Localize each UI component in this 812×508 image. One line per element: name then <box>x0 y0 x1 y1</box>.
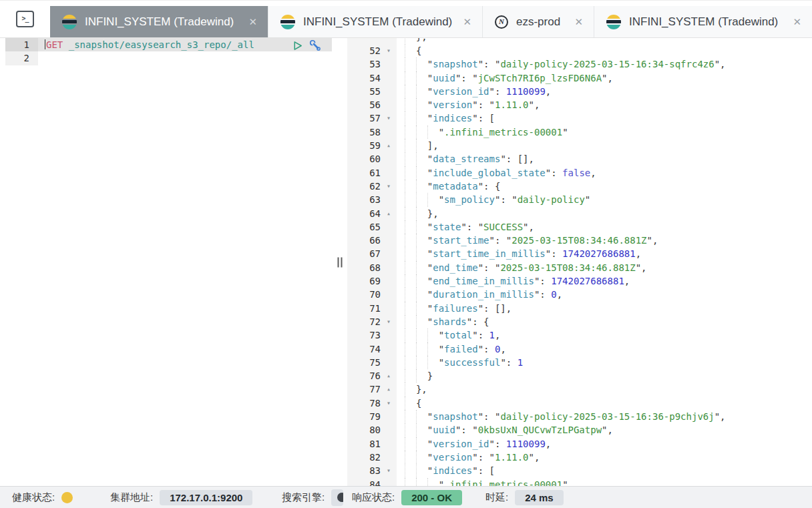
response-line: 68"end_time": "2025-03-15T08:34:46.881Z"… <box>347 261 812 274</box>
indent-guide <box>405 356 416 369</box>
code-token: uuid <box>433 425 455 435</box>
code-token: 2025-03-15T08:34:46.881Z <box>500 262 635 273</box>
code-token: " <box>427 289 433 300</box>
response-line: 77▴}, <box>347 383 812 396</box>
fold-close-icon[interactable]: ▴ <box>384 139 393 152</box>
code-token: , <box>546 86 551 97</box>
code-token: ", <box>602 73 613 83</box>
response-line: 78▾{ <box>347 397 812 410</box>
editor-code[interactable] <box>38 51 332 65</box>
response-line: 76▴} <box>347 369 812 383</box>
code-token: successful <box>444 357 500 368</box>
fold-close-icon[interactable]: ▴ <box>384 383 393 396</box>
tab-infini-system-tradewind-[interactable]: INFINI_SYSTEM (Tradewind)✕ <box>50 6 268 37</box>
code-token: ": [], <box>478 303 512 314</box>
code-token: 1110099 <box>506 86 546 97</box>
response-line: 73"total": 1, <box>347 328 812 342</box>
indent-guide <box>416 437 427 451</box>
editor-code[interactable]: GET _snapshot/easysearch_s3_repo/_all <box>38 38 332 51</box>
code-token: " <box>427 303 433 314</box>
response-line: 72▾"shards": { <box>347 315 812 328</box>
n-circle-icon: N <box>495 15 508 29</box>
fold-close-icon[interactable]: ▴ <box>384 207 393 220</box>
code-token: ": " <box>478 59 501 69</box>
code-token: ": <box>546 168 562 178</box>
close-icon[interactable]: ✕ <box>247 16 258 28</box>
line-number-text: 80 <box>369 425 381 435</box>
tab-infini-system-tradewind-[interactable]: INFINI_SYSTEM (Tradewind)✕ <box>594 6 812 37</box>
line-number: 74 <box>347 342 397 356</box>
code-token: , <box>557 289 562 300</box>
line-number-text: 78 <box>369 398 381 409</box>
editor-line[interactable]: 2 <box>5 51 332 65</box>
response-line: 60"data_streams": [], <box>347 152 812 166</box>
line-number-text: 58 <box>369 127 381 138</box>
line-number: 55 <box>347 85 397 98</box>
code-token: ", <box>715 59 726 69</box>
indent-guide <box>405 71 416 85</box>
tab-infini-system-tradewind-[interactable]: INFINI_SYSTEM (Tradewind)✕ <box>268 6 482 37</box>
fold-open-icon[interactable]: ▾ <box>384 111 393 125</box>
close-icon[interactable]: ✕ <box>461 16 473 28</box>
line-number: 66 <box>347 234 397 247</box>
request-editor[interactable]: 1GET _snapshot/easysearch_s3_repo/_all2 <box>0 38 332 486</box>
response-code: "version": "1.11.0", <box>397 98 812 111</box>
split-drag-handle[interactable] <box>337 257 342 267</box>
indent-guide <box>405 274 416 288</box>
response-line-partial: }, <box>347 38 812 44</box>
line-number: 84 <box>347 478 397 487</box>
code-token: snapshot <box>433 411 477 422</box>
fold-open-icon[interactable]: ▾ <box>384 180 393 193</box>
code-token: " <box>427 154 433 164</box>
response-code: "metadata": { <box>397 180 812 193</box>
response-code: "indices": [ <box>397 464 812 477</box>
code-token: include_global_state <box>433 168 546 178</box>
indent-guide <box>405 247 416 260</box>
code-token: " <box>562 479 568 487</box>
response-code: "state": "SUCCESS", <box>397 220 812 234</box>
run-request-icon[interactable] <box>292 40 303 51</box>
code-token: ": " <box>478 411 501 422</box>
code-token: false <box>562 168 590 178</box>
code-token: }, <box>416 384 427 395</box>
response-lines: },52▾{53"snapshot": "daily-policy-2025-0… <box>347 38 812 486</box>
code-token: 1.11.0 <box>495 99 529 110</box>
editor-line[interactable]: 1GET _snapshot/easysearch_s3_repo/_all <box>5 38 332 51</box>
line-number-text: 64 <box>369 208 381 219</box>
line-number-text: 83 <box>369 465 381 476</box>
code-token: ": <box>534 276 551 286</box>
code-token: 0 <box>551 289 556 300</box>
line-number: 72▾ <box>347 315 397 328</box>
line-number: 68 <box>347 261 397 274</box>
close-icon[interactable]: ✕ <box>791 16 803 28</box>
fold-open-icon[interactable]: ▾ <box>384 464 393 477</box>
code-token: .infini_metrics-00001 <box>444 479 562 487</box>
response-code: "failed": 0, <box>397 342 812 356</box>
close-icon[interactable]: ✕ <box>573 16 584 28</box>
wrench-icon[interactable] <box>309 39 321 51</box>
response-line: 84".infini_metrics-00001" <box>347 478 812 487</box>
response-code: "version_id": 1110099, <box>397 437 812 451</box>
code-token: " <box>439 479 444 487</box>
fold-open-icon[interactable]: ▾ <box>384 44 393 57</box>
search-engine-icon <box>337 493 343 502</box>
indent-guide <box>416 328 427 342</box>
code-token: ", <box>647 235 658 246</box>
tab-ezs-prod[interactable]: Nezs-prod✕ <box>482 6 594 37</box>
health-status-dot <box>61 492 73 503</box>
code-token: " <box>562 127 568 138</box>
fold-close-icon[interactable]: ▴ <box>384 369 393 383</box>
fold-open-icon[interactable]: ▾ <box>384 397 393 410</box>
response-code: "sm_policy": "daily-policy" <box>397 193 812 206</box>
code-token: ": { <box>467 316 489 327</box>
code-token: " <box>427 262 433 273</box>
line-number-text: 73 <box>369 330 381 340</box>
line-number: 80 <box>347 423 397 437</box>
search-engine-label: 搜索引擎: <box>282 491 325 504</box>
response-line: 64▴}, <box>347 207 812 220</box>
console-zone: >_ <box>0 0 50 37</box>
terminal-icon[interactable]: >_ <box>16 11 34 27</box>
code-token: duration_in_millis <box>433 289 534 300</box>
fold-open-icon[interactable]: ▾ <box>384 315 393 328</box>
code-token: ": <box>489 439 506 449</box>
